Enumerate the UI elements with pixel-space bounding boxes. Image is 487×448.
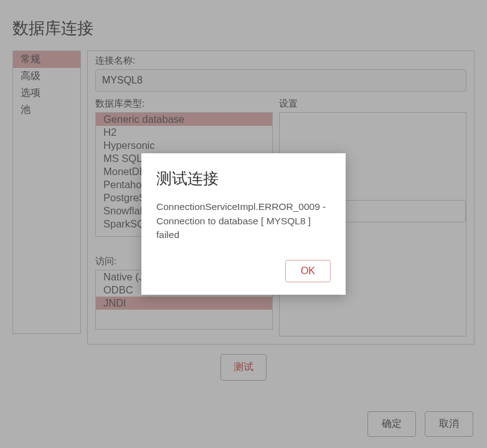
modal-body: ConnectionServiceImpl.ERROR_0009 - Conne… xyxy=(156,200,331,242)
modal-actions: OK xyxy=(156,260,331,282)
test-connection-modal: 测试连接 ConnectionServiceImpl.ERROR_0009 - … xyxy=(141,153,346,294)
modal-title: 测试连接 xyxy=(156,168,331,189)
modal-ok-button[interactable]: OK xyxy=(285,260,331,282)
modal-overlay: 测试连接 ConnectionServiceImpl.ERROR_0009 - … xyxy=(0,0,487,448)
